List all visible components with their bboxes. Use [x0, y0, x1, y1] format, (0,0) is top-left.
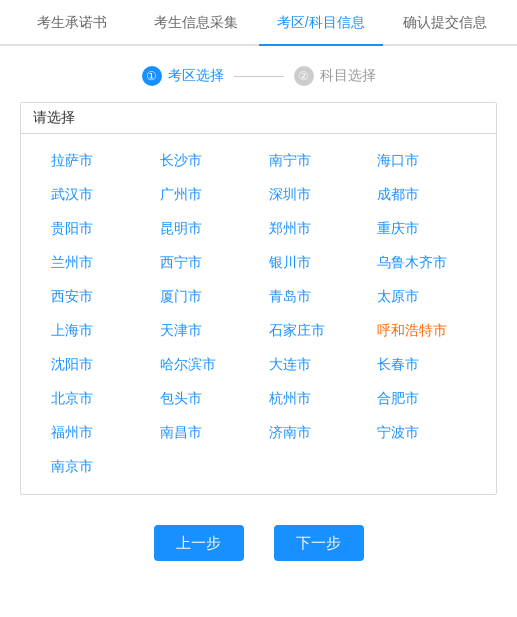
- top-nav: 考生承诺书 考生信息采集 考区/科目信息 确认提交信息: [0, 0, 517, 46]
- city-item[interactable]: 郑州市: [259, 212, 368, 246]
- city-item[interactable]: 昆明市: [150, 212, 259, 246]
- city-item[interactable]: 兰州市: [41, 246, 150, 280]
- city-item[interactable]: 宁波市: [367, 416, 476, 450]
- tab-exam-area[interactable]: 考区/科目信息: [259, 0, 383, 44]
- city-item[interactable]: 深圳市: [259, 178, 368, 212]
- city-item[interactable]: 成都市: [367, 178, 476, 212]
- tab-confirm[interactable]: 确认提交信息: [383, 0, 507, 44]
- city-item[interactable]: 西安市: [41, 280, 150, 314]
- city-item[interactable]: 西宁市: [150, 246, 259, 280]
- city-item[interactable]: 厦门市: [150, 280, 259, 314]
- city-item[interactable]: 广州市: [150, 178, 259, 212]
- city-item[interactable]: 南宁市: [259, 144, 368, 178]
- city-item[interactable]: 合肥市: [367, 382, 476, 416]
- city-item[interactable]: 杭州市: [259, 382, 368, 416]
- step2-label: 科目选择: [320, 67, 376, 85]
- city-item[interactable]: 长春市: [367, 348, 476, 382]
- step1-item: ① 考区选择: [142, 66, 224, 86]
- city-item[interactable]: 石家庄市: [259, 314, 368, 348]
- city-item[interactable]: 济南市: [259, 416, 368, 450]
- city-grid: 拉萨市长沙市南宁市海口市武汉市广州市深圳市成都市贵阳市昆明市郑州市重庆市兰州市西…: [21, 134, 496, 494]
- city-item[interactable]: 银川市: [259, 246, 368, 280]
- city-item[interactable]: 北京市: [41, 382, 150, 416]
- city-item[interactable]: 长沙市: [150, 144, 259, 178]
- city-item[interactable]: 天津市: [150, 314, 259, 348]
- city-item[interactable]: 大连市: [259, 348, 368, 382]
- tab-commitment[interactable]: 考生承诺书: [10, 0, 134, 44]
- city-item[interactable]: 南京市: [41, 450, 150, 484]
- city-item[interactable]: 重庆市: [367, 212, 476, 246]
- city-item[interactable]: 包头市: [150, 382, 259, 416]
- city-item[interactable]: 乌鲁木齐市: [367, 246, 476, 280]
- city-item[interactable]: 福州市: [41, 416, 150, 450]
- prev-button[interactable]: 上一步: [154, 525, 244, 561]
- city-item[interactable]: 海口市: [367, 144, 476, 178]
- step-indicator: ① 考区选择 ② 科目选择: [0, 46, 517, 102]
- tab-info-collection[interactable]: 考生信息采集: [134, 0, 258, 44]
- step1-label: 考区选择: [168, 67, 224, 85]
- next-button[interactable]: 下一步: [274, 525, 364, 561]
- step2-item: ② 科目选择: [294, 66, 376, 86]
- city-item[interactable]: 沈阳市: [41, 348, 150, 382]
- city-item[interactable]: 拉萨市: [41, 144, 150, 178]
- bottom-buttons: 上一步 下一步: [0, 505, 517, 591]
- select-box: 请选择 拉萨市长沙市南宁市海口市武汉市广州市深圳市成都市贵阳市昆明市郑州市重庆市…: [20, 102, 497, 495]
- city-item[interactable]: 贵阳市: [41, 212, 150, 246]
- city-item[interactable]: 青岛市: [259, 280, 368, 314]
- city-item[interactable]: 太原市: [367, 280, 476, 314]
- city-item[interactable]: 南昌市: [150, 416, 259, 450]
- step1-circle: ①: [142, 66, 162, 86]
- city-item[interactable]: 上海市: [41, 314, 150, 348]
- city-item[interactable]: 呼和浩特市: [367, 314, 476, 348]
- step-line: [234, 76, 284, 77]
- step2-circle: ②: [294, 66, 314, 86]
- city-item[interactable]: 武汉市: [41, 178, 150, 212]
- city-item[interactable]: 哈尔滨市: [150, 348, 259, 382]
- select-header: 请选择: [21, 103, 496, 134]
